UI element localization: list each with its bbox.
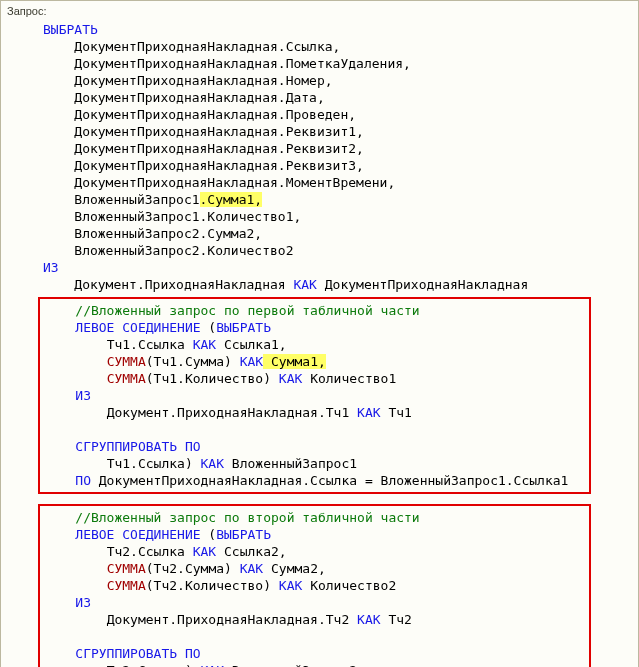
kw-select: ВЫБРАТЬ xyxy=(43,22,98,37)
sel-line-10a: ВложенныйЗапрос1 xyxy=(74,192,199,207)
kw-select-inner-1: ВЫБРАТЬ xyxy=(216,320,271,335)
kw-as-1a: КАК xyxy=(193,337,216,352)
kw-select-inner-2: ВЫБРАТЬ xyxy=(216,527,271,542)
sel-line-1: ДокументПриходнаяНакладная.Ссылка, xyxy=(74,39,340,54)
kw-as-1c: КАК xyxy=(279,371,302,386)
b1-on-body: ДокументПриходнаяНакладная.Ссылка = Влож… xyxy=(91,473,568,488)
b1-tail-a: Тч1.Ссылка) xyxy=(107,456,201,471)
b1-src: Документ.ПриходнаяНакладная.Тч1 xyxy=(107,405,357,420)
kw-left-join-2: ЛЕВОЕ СОЕДИНЕНИЕ xyxy=(75,527,200,542)
sel-line-8: ДокументПриходнаяНакладная.Реквизит3, xyxy=(74,158,364,173)
kw-as-2d: КАК xyxy=(357,612,380,627)
b2-f1b: Ссылка2, xyxy=(216,544,286,559)
from-src-a: Документ.ПриходнаяНакладная xyxy=(74,277,293,292)
subquery-box-1: //Вложенный запрос по первой табличной ч… xyxy=(38,297,591,494)
sel-line-13: ВложенныйЗапрос2.Количество2 xyxy=(74,243,293,258)
kw-on-1: ПО xyxy=(75,473,91,488)
sel-line-7: ДокументПриходнаяНакладная.Реквизит2, xyxy=(74,141,364,156)
subquery-box-2: //Вложенный запрос по второй табличной ч… xyxy=(38,504,591,667)
highlight-sum1-alias: Сумма1, xyxy=(263,354,326,369)
query-code: ВЫБРАТЬ ДокументПриходнаяНакладная.Ссылк… xyxy=(7,21,632,667)
b2-f3b: Количество2 xyxy=(302,578,396,593)
subquery-code-1: //Вложенный запрос по первой табличной ч… xyxy=(44,302,585,489)
b2-f2b: Сумма2, xyxy=(263,561,326,576)
b1-src-b: Тч1 xyxy=(381,405,412,420)
kw-groupby-2: СГРУППИРОВАТЬ ПО xyxy=(75,646,200,661)
sel-line-3: ДокументПриходнаяНакладная.Номер, xyxy=(74,73,332,88)
code-select: ВЫБРАТЬ ДокументПриходнаяНакладная.Ссылк… xyxy=(43,21,632,293)
b2-f2a: (Тч2.Сумма) xyxy=(146,561,240,576)
from-src-b: ДокументПриходнаяНакладная xyxy=(317,277,528,292)
kw-as-1d: КАК xyxy=(357,405,380,420)
b1-f3b: Количество1 xyxy=(302,371,396,386)
b2-src-b: Тч2 xyxy=(381,612,412,627)
kw-as: КАК xyxy=(293,277,316,292)
sel-line-12: ВложенныйЗапрос2.Сумма2, xyxy=(74,226,262,241)
b1-f3a: (Тч1.Количество) xyxy=(146,371,279,386)
query-panel: Запрос: ВЫБРАТЬ ДокументПриходнаяНакладн… xyxy=(0,0,639,667)
sel-line-5: ДокументПриходнаяНакладная.Проведен, xyxy=(74,107,356,122)
kw-as-2e: КАК xyxy=(201,663,224,667)
b2-f3a: (Тч2.Количество) xyxy=(146,578,279,593)
panel-title: Запрос: xyxy=(7,5,632,17)
kw-as-2b: КАК xyxy=(240,561,263,576)
kw-left-join-1: ЛЕВОЕ СОЕДИНЕНИЕ xyxy=(75,320,200,335)
fn-sum-2a: СУММА xyxy=(107,561,146,576)
sel-line-2: ДокументПриходнаяНакладная.ПометкаУдален… xyxy=(74,56,411,71)
b1-f1b: Ссылка1, xyxy=(216,337,286,352)
sel-line-6: ДокументПриходнаяНакладная.Реквизит1, xyxy=(74,124,364,139)
b2-tail-b: ВложенныйЗапрос2 xyxy=(224,663,357,667)
b1-f2a: (Тч1.Сумма) xyxy=(146,354,240,369)
sel-line-11: ВложенныйЗапрос1.Количество1, xyxy=(74,209,301,224)
fn-sum-2b: СУММА xyxy=(107,578,146,593)
b2-f1a: Тч2.Ссылка xyxy=(107,544,193,559)
sel-line-4: ДокументПриходнаяНакладная.Дата, xyxy=(74,90,324,105)
paren-open-1: ( xyxy=(201,320,217,335)
highlight-sum1-ref: .Сумма1, xyxy=(200,192,263,207)
b1-f1a: Тч1.Ссылка xyxy=(107,337,193,352)
kw-as-2a: КАК xyxy=(193,544,216,559)
b1-tail-b: ВложенныйЗапрос1 xyxy=(224,456,357,471)
kw-as-1e: КАК xyxy=(201,456,224,471)
b2-src: Документ.ПриходнаяНакладная.Тч2 xyxy=(107,612,357,627)
subquery-code-2: //Вложенный запрос по второй табличной ч… xyxy=(44,509,585,667)
b2-tail-a: Тч2.Ссылка) xyxy=(107,663,201,667)
comment-2: //Вложенный запрос по второй табличной ч… xyxy=(75,510,419,525)
kw-from: ИЗ xyxy=(43,260,59,275)
fn-sum-1a: СУММА xyxy=(107,354,146,369)
fn-sum-1b: СУММА xyxy=(107,371,146,386)
kw-as-2c: КАК xyxy=(279,578,302,593)
paren-open-2: ( xyxy=(201,527,217,542)
kw-from-inner-1: ИЗ xyxy=(75,388,91,403)
kw-from-inner-2: ИЗ xyxy=(75,595,91,610)
kw-groupby-1: СГРУППИРОВАТЬ ПО xyxy=(75,439,200,454)
sel-line-9: ДокументПриходнаяНакладная.МоментВремени… xyxy=(74,175,395,190)
comment-1: //Вложенный запрос по первой табличной ч… xyxy=(75,303,419,318)
kw-as-1b: КАК xyxy=(240,354,263,369)
